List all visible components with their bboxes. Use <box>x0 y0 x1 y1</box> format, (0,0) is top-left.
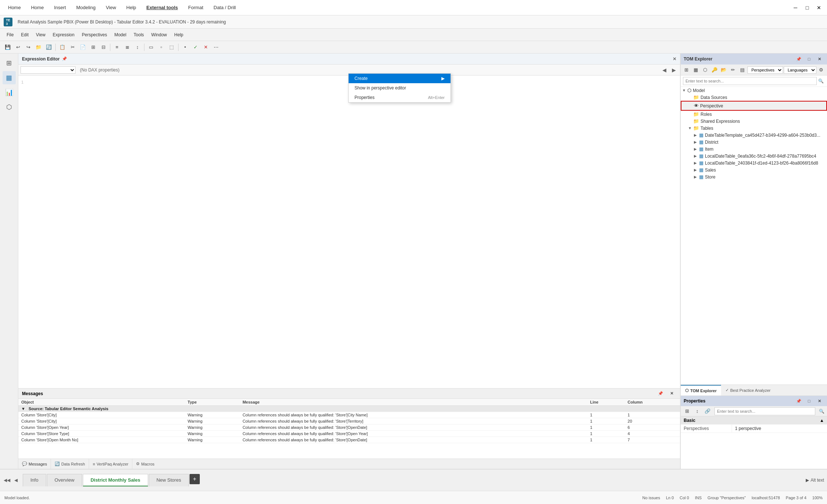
toolbar-btn-15[interactable]: ▫ <box>157 43 166 52</box>
te-model-menu[interactable]: Model <box>111 31 130 39</box>
expr-next-btn[interactable]: ▶ <box>670 66 678 74</box>
vertipaq-tab[interactable]: ≡ VertiPaq Analyzer <box>89 459 132 469</box>
macros-tab[interactable]: ⚙ Macros <box>132 459 158 469</box>
district-monthly-sales-tab[interactable]: District Monthly Sales <box>83 474 148 486</box>
messages-pin-btn[interactable]: 📌 <box>656 389 665 398</box>
toolbar-btn-13[interactable]: ↕ <box>133 43 142 52</box>
tree-item-item[interactable]: ▶ ▦ Item <box>681 146 827 152</box>
tree-item-store[interactable]: ▶ ▦ Store <box>681 173 827 180</box>
external-tools-menu-item[interactable]: External tools <box>141 3 183 12</box>
tree-item-tables[interactable]: ▼ 📁 Tables <box>681 125 827 132</box>
format-menu-item[interactable]: Format <box>183 3 208 12</box>
maximize-button[interactable]: □ <box>802 3 812 13</box>
expression-editor-pin[interactable]: 📌 <box>62 56 67 61</box>
view-menu-item[interactable]: View <box>101 3 121 12</box>
close-button[interactable]: ✕ <box>814 3 824 13</box>
tom-settings-btn[interactable]: ⚙ <box>817 65 826 75</box>
data-refresh-tab[interactable]: 🔄 Data Refresh <box>51 459 89 469</box>
toolbar-btn-check[interactable]: ✓ <box>191 43 200 52</box>
toolbar-btn-3[interactable]: ↪ <box>23 43 33 52</box>
tree-item-shared[interactable]: ▶ 📁 Shared Expressions <box>681 118 827 125</box>
tom-maximize-btn[interactable]: □ <box>804 54 814 64</box>
toolbar-btn-4[interactable]: 📁 <box>34 43 43 52</box>
sidebar-model-icon[interactable]: ⬡ <box>3 100 16 114</box>
te-file-menu[interactable]: File <box>3 31 17 39</box>
toolbar-btn-8[interactable]: 📄 <box>78 43 88 52</box>
te-help-menu[interactable]: Help <box>170 31 187 39</box>
perspectives-dropdown[interactable]: Perspectives <box>747 66 783 74</box>
te-edit-menu[interactable]: Edit <box>17 31 32 39</box>
tom-tool-3[interactable]: ⬡ <box>701 65 709 75</box>
tree-item-perspectives[interactable]: ▶ 👁 Perspective <box>681 101 827 111</box>
sidebar-home-icon[interactable]: ⊞ <box>3 56 16 70</box>
context-menu-show-in-perspective[interactable]: Show in perspective editor <box>349 83 451 93</box>
toolbar-btn-1[interactable]: 💾 <box>3 43 12 52</box>
toolbar-btn-5[interactable]: 🔄 <box>44 43 54 52</box>
toolbar-btn-7[interactable]: ✂ <box>68 43 77 52</box>
tom-tool-7[interactable]: ▤ <box>738 65 746 75</box>
te-view-menu[interactable]: View <box>32 31 49 39</box>
toolbar-btn-11[interactable]: ≡ <box>112 43 122 52</box>
toolbar-btn-2[interactable]: ↩ <box>13 43 23 52</box>
tom-search-icon[interactable]: 🔍 <box>817 77 825 85</box>
help-menu-item[interactable]: Help <box>121 3 141 12</box>
tom-explorer-tab[interactable]: ⬡ TOM Explorer <box>681 385 721 396</box>
nav-first-btn[interactable]: ◀◀ <box>3 476 11 484</box>
tree-item-district[interactable]: ▶ ▦ District <box>681 139 827 146</box>
tree-item-model[interactable]: ▼ ⬡ Model <box>681 87 827 94</box>
tom-tool-4[interactable]: 🔑 <box>710 65 718 75</box>
nav-prev-btn[interactable]: ◀ <box>12 476 20 484</box>
props-search-icon[interactable]: 🔍 <box>817 407 826 415</box>
home-menu-item[interactable]: Home <box>26 3 49 12</box>
tree-item-localdatetable1[interactable]: ▶ ▦ LocalDateTable_0eafa36c-5fc2-4b6f-84… <box>681 152 827 159</box>
toolbar-btn-x[interactable]: ✕ <box>201 43 210 52</box>
tom-tool-6[interactable]: ✏ <box>729 65 737 75</box>
file-menu-item[interactable]: Home <box>3 3 26 12</box>
expression-dropdown[interactable] <box>21 66 76 74</box>
toolbar-btn-16[interactable]: ⬚ <box>167 43 176 52</box>
toolbar-btn-12[interactable]: ≣ <box>122 43 132 52</box>
te-tools-menu[interactable]: Tools <box>130 31 148 39</box>
props-tool-3[interactable]: 🔗 <box>703 406 712 416</box>
sidebar-chart-icon[interactable]: 📊 <box>3 86 16 99</box>
tree-item-datetabletemplate[interactable]: ▶ ▦ DateTableTemplate_ca45d427-b349-4299… <box>681 132 827 139</box>
context-menu-properties[interactable]: Properties Alt+Enter <box>349 93 451 102</box>
data-drill-menu-item[interactable]: Data / Drill <box>209 3 241 12</box>
expr-prev-btn[interactable]: ◀ <box>660 66 668 74</box>
toolbar-btn-14[interactable]: ▭ <box>146 43 156 52</box>
new-stores-tab[interactable]: New Stores <box>149 474 189 486</box>
tom-close-btn[interactable]: ✕ <box>815 54 824 64</box>
sidebar-table-icon[interactable]: ▦ <box>3 71 16 84</box>
te-expression-menu[interactable]: Expression <box>49 31 78 39</box>
te-window-menu[interactable]: Window <box>148 31 171 39</box>
add-page-btn[interactable]: + <box>190 474 200 484</box>
tree-item-sales[interactable]: ▶ ▦ Sales <box>681 166 827 173</box>
props-maximize-btn[interactable]: □ <box>804 396 814 406</box>
messages-close-btn[interactable]: ✕ <box>667 389 676 398</box>
messages-tab[interactable]: 💬 Messages <box>18 459 51 469</box>
tree-item-localdatetable2[interactable]: ▶ ▦ LocalDateTable_2403841f-d1ed-4123-bf… <box>681 159 827 166</box>
languages-dropdown[interactable]: Languages <box>784 66 816 74</box>
tom-pin-btn[interactable]: 📌 <box>794 54 804 64</box>
expression-body[interactable]: 1 <box>18 76 680 388</box>
toolbar-btn-17[interactable]: • <box>180 43 190 52</box>
props-pin-btn[interactable]: 📌 <box>794 396 804 406</box>
insert-menu-item[interactable]: Insert <box>49 3 71 12</box>
toolbar-btn-10[interactable]: ⊟ <box>99 43 108 52</box>
toolbar-btn-6[interactable]: 📋 <box>58 43 67 52</box>
tom-tool-5[interactable]: 📂 <box>720 65 728 75</box>
overview-tab[interactable]: Overview <box>47 474 82 486</box>
props-search-input[interactable] <box>714 407 815 415</box>
context-menu-create[interactable]: Create ▶ <box>349 74 451 83</box>
tom-tool-2[interactable]: ▦ <box>691 65 700 75</box>
info-tab[interactable]: Info <box>23 474 46 486</box>
tom-search-input[interactable] <box>683 77 817 85</box>
expression-editor-close[interactable]: ✕ <box>673 56 676 62</box>
tree-item-roles[interactable]: ▶ 📁 Roles <box>681 111 827 118</box>
minimize-button[interactable]: ─ <box>790 3 801 13</box>
basic-collapse-icon[interactable]: ▲ <box>820 418 824 423</box>
group-arrow-icon[interactable]: ▼ <box>21 406 25 411</box>
props-tool-2[interactable]: ↕ <box>692 406 702 416</box>
best-practice-tab[interactable]: ✓ Best Practice Analyzer <box>721 385 775 396</box>
modeling-menu-item[interactable]: Modeling <box>71 3 101 12</box>
